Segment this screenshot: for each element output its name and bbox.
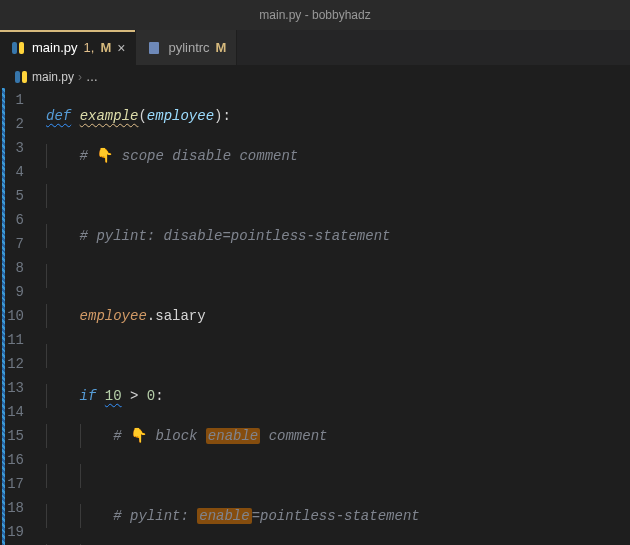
code-editor[interactable]: 1 2 3 4 5 6 7 8 9 10 11 12 13 14 15 16 1… <box>0 88 630 545</box>
file-icon <box>146 40 162 56</box>
svg-rect-1 <box>19 42 24 54</box>
svg-rect-0 <box>12 42 17 54</box>
chevron-right-icon: › <box>78 70 82 84</box>
tab-git-status: M <box>100 40 111 55</box>
tab-bar: main.py 1, M × pylintrc M <box>0 30 630 66</box>
window-title: main.py - bobbyhadz <box>259 8 370 22</box>
svg-rect-2 <box>149 42 159 54</box>
line-number-gutter: 1 2 3 4 5 6 7 8 9 10 11 12 13 14 15 16 1… <box>0 88 42 545</box>
python-icon <box>10 40 26 56</box>
tab-problem-count: 1, <box>84 40 95 55</box>
tab-git-status: M <box>216 40 227 55</box>
svg-rect-4 <box>22 71 27 83</box>
close-icon[interactable]: × <box>117 40 125 56</box>
tab-main-py[interactable]: main.py 1, M × <box>0 30 136 65</box>
breadcrumb-file: main.py <box>32 70 74 84</box>
window-title-bar: main.py - bobbyhadz <box>0 0 630 30</box>
svg-rect-3 <box>15 71 20 83</box>
breadcrumb[interactable]: main.py › … <box>0 66 630 88</box>
tab-label: main.py <box>32 40 78 55</box>
code-content[interactable]: def example(employee): # 👇 scope disable… <box>42 88 630 545</box>
tab-label: pylintrc <box>168 40 209 55</box>
tab-pylintrc[interactable]: pylintrc M <box>136 30 237 65</box>
breadcrumb-more: … <box>86 70 98 84</box>
python-icon <box>14 70 28 84</box>
